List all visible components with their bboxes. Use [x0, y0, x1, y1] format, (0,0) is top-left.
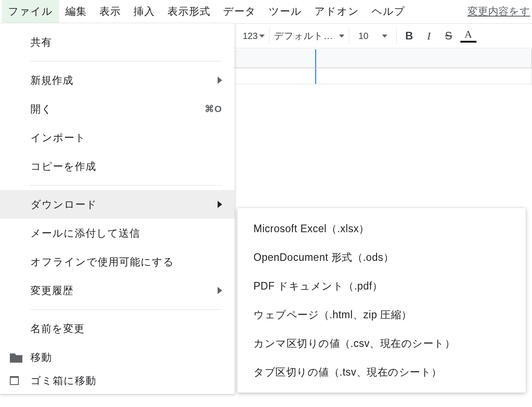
download-submenu: Microsoft Excel（.xlsx） OpenDocument 形式（.…: [237, 208, 526, 393]
menu-item-open[interactable]: 開く ⌘O: [0, 95, 235, 123]
menu-divider: [30, 309, 222, 310]
menu-data[interactable]: データ: [217, 0, 262, 23]
italic-button[interactable]: I: [421, 30, 437, 42]
download-tsv[interactable]: タブ区切りの値（.tsv、現在のシート）: [237, 358, 526, 386]
number-format-button[interactable]: 123: [238, 24, 269, 48]
column-header-b[interactable]: [316, 49, 532, 68]
menu-item-new[interactable]: 新規作成: [0, 66, 235, 95]
menubar: ファイル 編集 表示 挿入 表示形式 データ ツール アドオン ヘルプ 変更内容…: [0, 0, 532, 23]
folder-icon: [10, 352, 22, 363]
bold-button[interactable]: B: [401, 30, 417, 42]
text-color-button[interactable]: A: [460, 29, 476, 43]
menu-item-share[interactable]: 共有: [0, 28, 235, 56]
menu-item-make-copy[interactable]: コピーを作成: [0, 152, 235, 181]
download-html[interactable]: ウェブページ（.html、zip 圧縮）: [237, 300, 526, 329]
submenu-arrow-icon: [218, 201, 222, 208]
menu-item-version-history[interactable]: 変更履歴: [0, 276, 235, 305]
menu-item-download[interactable]: ダウンロード: [0, 190, 235, 219]
caret-down-icon: [339, 35, 344, 38]
menu-item-move-to-trash[interactable]: ゴミ箱に移動: [0, 372, 235, 390]
menu-item-import[interactable]: インポート: [0, 123, 235, 152]
download-csv[interactable]: カンマ区切りの値（.csv、現在のシート）: [237, 329, 526, 358]
submenu-arrow-icon: [218, 77, 222, 84]
download-pdf[interactable]: PDF ドキュメント（.pdf）: [237, 272, 526, 300]
menu-edit[interactable]: 編集: [59, 0, 93, 23]
menu-help[interactable]: ヘルプ: [365, 0, 412, 23]
menu-item-make-available-offline[interactable]: オフラインで使用可能にする: [0, 247, 235, 276]
strikethrough-button[interactable]: S: [441, 30, 457, 42]
menu-file[interactable]: ファイル: [2, 0, 59, 23]
menu-view[interactable]: 表示: [93, 0, 127, 23]
caret-down-icon: [259, 35, 265, 38]
font-size-select[interactable]: 10: [349, 24, 396, 48]
file-menu-dropdown: 共有 新規作成 開く ⌘O インポート コピーを作成 ダウンロード メールに添付…: [0, 23, 235, 394]
download-ods[interactable]: OpenDocument 形式（.ods）: [237, 243, 526, 272]
menu-item-rename[interactable]: 名前を変更: [0, 314, 235, 343]
menu-item-email-attachment[interactable]: メールに添付して送信: [0, 219, 235, 247]
cell-b1[interactable]: [316, 68, 532, 84]
menu-insert[interactable]: 挿入: [127, 0, 161, 23]
menu-divider: [30, 61, 222, 61]
menu-addons[interactable]: アドオン: [308, 0, 365, 23]
menu-divider: [30, 185, 222, 186]
font-family-select[interactable]: デフォルト…: [270, 24, 349, 48]
shortcut-label: ⌘O: [205, 104, 222, 114]
download-xlsx[interactable]: Microsoft Excel（.xlsx）: [237, 214, 526, 243]
menu-tools[interactable]: ツール: [262, 0, 308, 23]
menu-format[interactable]: 表示形式: [161, 0, 217, 23]
trash-icon: [10, 376, 19, 385]
changes-saved-link[interactable]: 変更内容をす: [461, 0, 530, 23]
menu-item-move[interactable]: 移動: [0, 343, 235, 372]
caret-down-icon: [382, 35, 387, 38]
submenu-arrow-icon: [218, 287, 222, 294]
